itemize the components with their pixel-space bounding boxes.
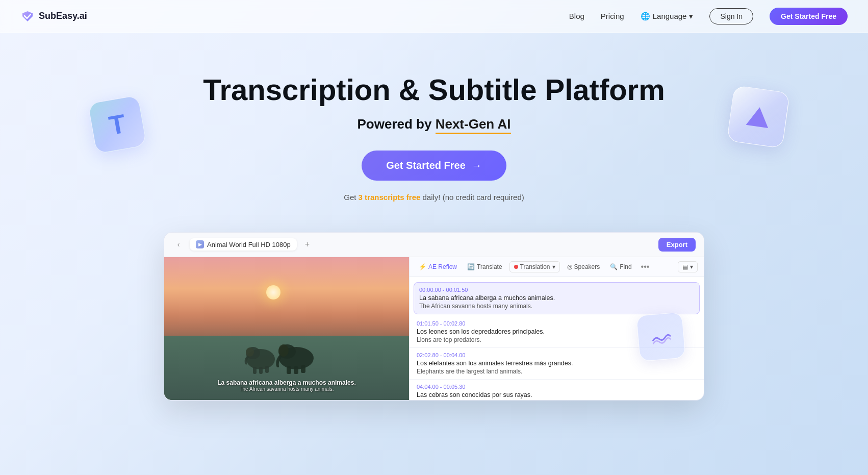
logo-icon [20,9,35,23]
arrow-icon: → [472,160,482,171]
red-dot-icon [514,265,518,269]
sun-shape [266,285,280,299]
subtitle-spanish: La sabana africana alberga a muchos anim… [169,379,404,386]
reflow-button[interactable]: ⚡ AE Reflow [416,262,460,272]
speakers-icon: ◎ [567,263,572,270]
language-label: Language [653,12,687,20]
svg-rect-11 [301,365,305,373]
language-selector[interactable]: 🌐 Language ▾ [641,12,694,21]
tab-icon: ▶ [196,240,204,248]
translation-dropdown[interactable]: Translation ▾ [509,261,560,272]
entry-es-1: La sabana africana alberga a muchos anim… [419,294,694,302]
search-icon: 🔍 [610,263,618,270]
subtitle-prefix: Powered by [358,116,436,132]
deco-left-cube: T [92,99,143,150]
cta-label: Get Started Free [386,160,466,171]
elephant-silhouette [238,329,319,374]
translate-label: Translate [477,263,502,270]
globe-icon: 🌐 [641,12,650,21]
sky-bg [164,257,409,336]
find-button[interactable]: 🔍 Find [607,262,634,272]
translate-button[interactable]: 🔄 Translate [464,262,505,272]
navbar: SubEasy.ai Blog Pricing 🌐 Language ▾ Sig… [0,0,868,33]
view-toggle[interactable]: ▤ ▾ [678,261,698,272]
t-icon-cube: T [88,95,147,154]
tab-label: Animal World Full HD 1080p [207,241,291,248]
video-background: La sabana africana alberga a muchos anim… [164,257,409,400]
logo[interactable]: SubEasy.ai [20,9,87,23]
entry-time-1: 00:00.00 - 00:01.50 [419,287,694,293]
nav-links: Blog Pricing 🌐 Language ▾ Sign In Get St… [569,8,848,25]
back-button[interactable]: ‹ [172,238,185,251]
free-note-suffix: daily! (no credit card required) [420,193,524,202]
triangle-shape [746,106,771,128]
nav-blog[interactable]: Blog [569,12,584,20]
translation-label: Translation [520,263,550,270]
view-icon: ▤ [682,263,688,270]
hero-section: T Transcription & Subtitle Platform Powe… [0,33,868,222]
subtitle-english: The African savanna hosts many animals. [169,386,404,392]
wave-icon [649,324,673,349]
speakers-label: Speakers [574,263,600,270]
svg-point-8 [278,344,289,357]
export-button[interactable]: Export [658,238,696,252]
entry-es-3: Los elefantes son los animales terrestre… [417,360,697,367]
find-label: Find [620,263,631,270]
deco-right-cube [730,89,786,145]
subtitle-overlay: La sabana africana alberga a muchos anim… [164,376,409,395]
logo-text: SubEasy.ai [39,11,87,21]
svg-point-2 [246,347,254,357]
reflow-icon: ⚡ [419,263,426,270]
entry-en-1: The African savanna hosts many animals. [419,303,694,310]
entry-en-3: Elephants are the largest land animals. [417,368,697,375]
nav-pricing[interactable]: Pricing [601,12,624,20]
svg-rect-3 [253,367,257,374]
subtitle-highlight: Next-Gen AI [436,116,511,134]
video-panel: La sabana africana alberga a muchos anim… [164,257,409,400]
entry-es-4: Las cebras son conocidas por sus rayas. [417,391,697,398]
free-note: Get 3 transcripts free daily! (no credit… [10,193,858,202]
triangle-icon-cube [727,85,790,148]
reflow-label: AE Reflow [428,263,457,270]
view-chevron: ▾ [690,263,693,270]
svg-rect-10 [294,366,298,374]
chevron-icon: ▾ [552,263,555,270]
svg-rect-5 [265,366,269,373]
window-bar: ‹ ▶ Animal World Full HD 1080p + Export [164,233,704,257]
cta-button[interactable]: Get Started Free → [362,151,506,181]
speakers-button[interactable]: ◎ Speakers [564,262,603,272]
free-note-prefix: Get [344,193,358,202]
app-content: La sabana africana alberga a muchos anim… [164,257,704,400]
transcript-entry-4[interactable]: 04:04.00 - 00:05.30 Las cebras son conoc… [410,380,704,400]
wave-cube [636,312,686,362]
chevron-down-icon: ▾ [689,12,693,21]
app-preview: ‹ ▶ Animal World Full HD 1080p + Export [154,232,714,401]
free-count: 3 transcripts free [359,193,421,202]
add-tab-button[interactable]: + [302,240,313,249]
translate-icon: 🔄 [467,263,475,270]
svg-rect-9 [287,366,291,374]
more-options-button[interactable]: ••• [639,262,652,271]
signin-button[interactable]: Sign In [709,8,753,24]
get-started-nav-button[interactable]: Get Started Free [770,8,848,25]
entry-time-4: 04:04.00 - 00:05.30 [417,384,697,390]
cta-container: Get Started Free → [10,151,858,191]
svg-rect-4 [259,367,263,374]
transcript-toolbar: ⚡ AE Reflow 🔄 Translate Translation ▾ ◎ [410,257,704,277]
transcript-entry-1[interactable]: 00:00.00 - 00:01.50 La sabana africana a… [414,282,700,314]
app-window: ‹ ▶ Animal World Full HD 1080p + Export [164,232,704,401]
active-tab[interactable]: ▶ Animal World Full HD 1080p [190,238,297,251]
